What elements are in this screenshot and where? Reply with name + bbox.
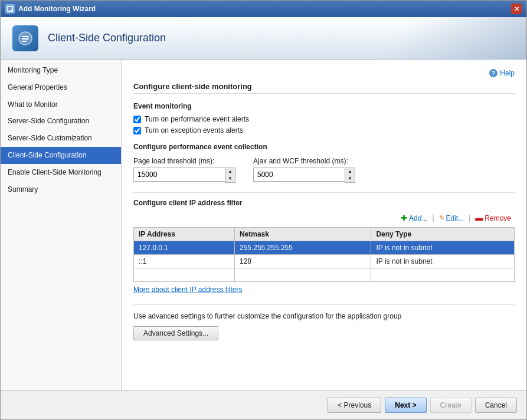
create-button: Create bbox=[430, 398, 472, 413]
cell-netmask-2: 128 bbox=[234, 254, 371, 268]
cancel-button[interactable]: Cancel bbox=[475, 398, 517, 413]
ip-address-table: IP Address Netmask Deny Type 127.0.0.1 2… bbox=[133, 227, 515, 282]
sidebar-item-monitoring-type[interactable]: Monitoring Type bbox=[1, 62, 121, 79]
page-load-label: Page load threshold (ms): bbox=[133, 157, 235, 165]
advanced-section: Use advanced settings to further customi… bbox=[133, 304, 515, 340]
svg-rect-5 bbox=[22, 36, 29, 37]
threshold-form-row: Page load threshold (ms): ▲ ▼ Ajax and W… bbox=[133, 157, 515, 183]
next-button[interactable]: Next > bbox=[385, 398, 426, 413]
page-title: Client-Side Configuration bbox=[48, 32, 166, 44]
page-load-spin-up[interactable]: ▲ bbox=[225, 168, 235, 175]
checkbox-performance-input[interactable] bbox=[133, 116, 141, 123]
sidebar-item-what-to-monitor[interactable]: What to Monitor bbox=[1, 96, 121, 113]
page-load-spin-buttons: ▲ ▼ bbox=[225, 168, 235, 183]
sidebar-item-general-properties[interactable]: General Properties bbox=[1, 79, 121, 96]
ajax-label: Ajax and WCF threshold (ms): bbox=[253, 157, 355, 165]
header-icon bbox=[12, 25, 38, 51]
page-load-group: Page load threshold (ms): ▲ ▼ bbox=[133, 157, 235, 183]
help-link[interactable]: ? Help bbox=[489, 69, 515, 77]
app-icon bbox=[5, 4, 15, 14]
cell-deny-1: IP is not in subnet bbox=[371, 241, 515, 254]
performance-collection-title: Configure performance event collection bbox=[133, 143, 515, 151]
header-bg-decoration bbox=[349, 17, 526, 60]
sidebar-item-enable-client-side-monitoring[interactable]: Enable Client-Side Monitoring bbox=[1, 164, 121, 181]
remove-ip-button[interactable]: ▬ Remove bbox=[472, 212, 515, 225]
checkbox-exception-input[interactable] bbox=[133, 127, 141, 134]
ip-filter-section: Configure client IP address filter ✚ Add… bbox=[133, 192, 515, 294]
title-bar-left: Add Monitoring Wizard bbox=[5, 4, 96, 14]
col-ip-address: IP Address bbox=[134, 227, 235, 241]
cell-ip-1: 127.0.0.1 bbox=[134, 241, 235, 254]
ip-filter-toolbar: ✚ Add... | ✎ Edit... | ▬ Remove bbox=[133, 212, 515, 225]
more-info-link[interactable]: More about client IP address filters bbox=[133, 286, 243, 294]
advanced-description: Use advanced settings to further customi… bbox=[133, 312, 515, 320]
svg-rect-6 bbox=[22, 38, 29, 40]
ajax-spin-buttons: ▲ ▼ bbox=[345, 168, 355, 183]
sidebar-item-server-side-configuration[interactable]: Server-Side Configuration bbox=[1, 113, 121, 130]
sidebar-item-summary[interactable]: Summary bbox=[1, 181, 121, 198]
close-button[interactable]: ✕ bbox=[511, 4, 522, 14]
checkbox-exception-label: Turn on exception events alerts bbox=[145, 126, 243, 134]
previous-button[interactable]: < Previous bbox=[328, 398, 381, 413]
edit-icon: ✎ bbox=[439, 214, 444, 222]
page-load-spin-down[interactable]: ▼ bbox=[225, 175, 235, 182]
main-content: ? Help Configure client-side monitoring … bbox=[122, 60, 526, 390]
col-netmask: Netmask bbox=[234, 227, 371, 241]
content-area: Monitoring Type General Properties What … bbox=[1, 60, 526, 390]
main-window: Add Monitoring Wizard ✕ Client-Side Conf… bbox=[0, 0, 527, 420]
sidebar-item-client-side-configuration[interactable]: Client-Side Configuration bbox=[1, 147, 121, 164]
footer: < Previous Next > Create Cancel bbox=[1, 390, 526, 419]
table-row[interactable]: 127.0.0.1 255.255.255.255 IP is not in s… bbox=[134, 241, 515, 254]
ajax-spin-down[interactable]: ▼ bbox=[345, 175, 355, 182]
ajax-threshold-group: Ajax and WCF threshold (ms): ▲ ▼ bbox=[253, 157, 355, 183]
title-bar: Add Monitoring Wizard ✕ bbox=[1, 1, 526, 17]
ajax-input[interactable] bbox=[253, 168, 345, 182]
header-banner: Client-Side Configuration bbox=[1, 17, 526, 60]
svg-rect-7 bbox=[22, 41, 27, 42]
help-bar: ? Help bbox=[133, 69, 515, 77]
cell-netmask-1: 255.255.255.255 bbox=[234, 241, 371, 254]
sidebar-item-server-side-customization[interactable]: Server-Side Customization bbox=[1, 130, 121, 147]
table-row[interactable]: ::1 128 IP is not in subnet bbox=[134, 254, 515, 268]
help-icon: ? bbox=[489, 69, 497, 77]
checkbox-exception-alerts: Turn on exception events alerts bbox=[133, 126, 515, 134]
remove-icon: ▬ bbox=[475, 214, 483, 222]
cell-deny-2: IP is not in subnet bbox=[371, 254, 515, 268]
col-deny-type: Deny Type bbox=[371, 227, 515, 241]
add-icon: ✚ bbox=[401, 214, 407, 222]
page-load-spinbox: ▲ ▼ bbox=[133, 168, 235, 183]
cell-ip-2: ::1 bbox=[134, 254, 235, 268]
checkbox-performance-alerts: Turn on performance event alerts bbox=[133, 115, 515, 123]
ajax-spinbox: ▲ ▼ bbox=[253, 168, 355, 183]
window-title: Add Monitoring Wizard bbox=[18, 5, 96, 13]
add-ip-button[interactable]: ✚ Add... bbox=[397, 212, 431, 225]
edit-ip-button[interactable]: ✎ Edit... bbox=[436, 212, 468, 225]
ip-filter-title: Configure client IP address filter bbox=[133, 199, 515, 207]
advanced-settings-button[interactable]: Advanced Settings... bbox=[133, 326, 218, 340]
sidebar: Monitoring Type General Properties What … bbox=[1, 60, 122, 390]
table-row-empty bbox=[134, 268, 515, 281]
event-monitoring-title: Event monitoring bbox=[133, 102, 515, 110]
page-load-input[interactable] bbox=[133, 168, 225, 182]
checkbox-performance-label: Turn on performance event alerts bbox=[145, 115, 249, 123]
ajax-spin-up[interactable]: ▲ bbox=[345, 168, 355, 175]
section-title: Configure client-side monitoring bbox=[133, 82, 515, 94]
